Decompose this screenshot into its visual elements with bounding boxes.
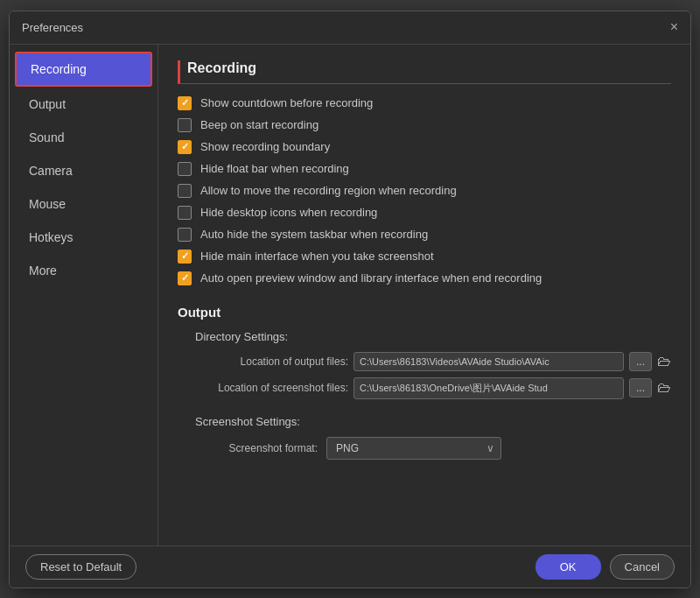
output-section-title: Output bbox=[178, 305, 671, 320]
sidebar-item-output[interactable]: Output bbox=[15, 88, 152, 120]
checkbox-row-preview-window: Auto open preview window and library int… bbox=[178, 271, 671, 285]
format-label: Screenshot format: bbox=[204, 442, 318, 454]
checkbox-float-bar[interactable] bbox=[178, 162, 192, 176]
checkbox-boundary-label: Show recording boundary bbox=[200, 140, 330, 153]
directory-settings-label: Directory Settings: bbox=[195, 330, 671, 343]
checkbox-preview-window[interactable] bbox=[178, 271, 192, 285]
sidebar: Recording Output Sound Camera Mouse Hotk… bbox=[10, 45, 158, 545]
checkbox-float-bar-label: Hide float bar when recording bbox=[200, 162, 349, 175]
checkbox-row-taskbar: Auto hide the system taskbar when record… bbox=[178, 228, 671, 242]
output-files-row: Location of output files: C:\Users\86183… bbox=[178, 352, 671, 371]
sidebar-item-more[interactable]: More bbox=[15, 255, 152, 286]
reset-button[interactable]: Reset to Default bbox=[25, 554, 136, 580]
close-button[interactable]: × bbox=[670, 20, 678, 34]
checkbox-countdown[interactable] bbox=[178, 96, 192, 110]
footer: Reset to Default OK Cancel bbox=[10, 545, 690, 587]
checkbox-move-region[interactable] bbox=[178, 184, 192, 198]
title-bar: Preferences × bbox=[10, 11, 690, 45]
dialog-body: Recording Output Sound Camera Mouse Hotk… bbox=[10, 45, 690, 545]
format-select[interactable]: PNG JPG BMP GIF TIFF bbox=[326, 437, 501, 460]
checkbox-taskbar[interactable] bbox=[178, 228, 192, 242]
checkbox-main-interface-label: Hide main interface when you take screen… bbox=[200, 250, 434, 263]
checkbox-row-beep: Beep on start recording bbox=[178, 118, 671, 132]
sidebar-item-hotkeys[interactable]: Hotkeys bbox=[15, 222, 152, 253]
output-files-dots-button[interactable]: ... bbox=[629, 352, 652, 371]
checkbox-boundary[interactable] bbox=[178, 140, 192, 154]
checkbox-beep-label: Beep on start recording bbox=[200, 118, 318, 131]
checkbox-taskbar-label: Auto hide the system taskbar when record… bbox=[200, 228, 428, 241]
preferences-dialog: Preferences × Recording Output Sound Cam… bbox=[9, 11, 691, 588]
main-content: Recording Show countdown before recordin… bbox=[158, 45, 690, 545]
checkbox-desktop-icons[interactable] bbox=[178, 206, 192, 220]
cancel-button[interactable]: Cancel bbox=[610, 554, 675, 580]
checkbox-row-countdown: Show countdown before recording bbox=[178, 96, 671, 110]
checkbox-beep[interactable] bbox=[178, 118, 192, 132]
screenshot-settings-section: Screenshot Settings: Screenshot format: … bbox=[178, 415, 671, 460]
output-files-label: Location of output files: bbox=[178, 355, 348, 368]
screenshot-files-label: Location of screenshot files: bbox=[178, 382, 348, 394]
format-row: Screenshot format: PNG JPG BMP GIF TIFF bbox=[204, 437, 671, 460]
checkbox-row-main-interface: Hide main interface when you take screen… bbox=[178, 250, 671, 264]
checkbox-countdown-label: Show countdown before recording bbox=[200, 96, 373, 109]
checkbox-desktop-icons-label: Hide desktop icons when recording bbox=[200, 206, 377, 219]
checkbox-main-interface[interactable] bbox=[178, 250, 192, 264]
screenshot-files-row: Location of screenshot files: C:\Users\8… bbox=[178, 377, 671, 399]
recording-section-title: Recording bbox=[178, 60, 671, 84]
screenshot-files-folder-button[interactable]: 🗁 bbox=[657, 380, 671, 396]
footer-right-buttons: OK Cancel bbox=[536, 554, 675, 580]
sidebar-item-camera[interactable]: Camera bbox=[15, 155, 152, 186]
output-section: Output Directory Settings: Location of o… bbox=[178, 305, 671, 460]
checkbox-row-move-region: Allow to move the recording region when … bbox=[178, 184, 671, 198]
sidebar-item-recording[interactable]: Recording bbox=[15, 52, 152, 87]
dialog-title: Preferences bbox=[22, 21, 83, 34]
checkbox-preview-window-label: Auto open preview window and library int… bbox=[200, 271, 542, 285]
output-files-input[interactable]: C:\Users\86183\Videos\AVAide Studio\AVAi… bbox=[354, 352, 624, 371]
screenshot-settings-label: Screenshot Settings: bbox=[195, 415, 671, 428]
sidebar-item-mouse[interactable]: Mouse bbox=[15, 188, 152, 220]
checkbox-row-float-bar: Hide float bar when recording bbox=[178, 162, 671, 176]
format-select-wrapper: PNG JPG BMP GIF TIFF bbox=[326, 437, 501, 460]
output-files-folder-button[interactable]: 🗁 bbox=[657, 354, 671, 369]
screenshot-files-dots-button[interactable]: ... bbox=[629, 378, 652, 397]
screenshot-files-input[interactable]: C:\Users\86183\OneDrive\图片\AVAide Stud bbox=[354, 377, 624, 399]
checkbox-row-desktop-icons: Hide desktop icons when recording bbox=[178, 206, 671, 220]
checkbox-row-boundary: Show recording boundary bbox=[178, 140, 671, 154]
checkbox-move-region-label: Allow to move the recording region when … bbox=[200, 184, 457, 197]
ok-button[interactable]: OK bbox=[536, 554, 601, 580]
sidebar-item-sound[interactable]: Sound bbox=[15, 122, 152, 153]
